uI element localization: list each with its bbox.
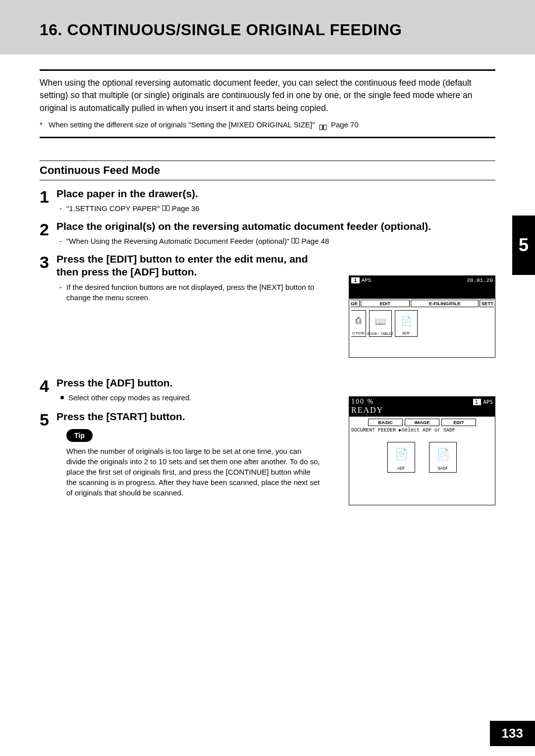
book-icon	[162, 204, 170, 213]
lcd-button-book-tablet[interactable]: 📖 BOOK↔TABLET	[369, 310, 392, 337]
function-icon: ⎙	[356, 311, 361, 331]
step-number: 1	[40, 187, 56, 216]
asterisk: *	[40, 119, 49, 130]
page-number: 133	[490, 721, 535, 746]
lcd-figure-adf-select: 100 % 1 APS READY BASIC IMAGE EDIT DOCUM…	[349, 396, 495, 505]
lcd-aps: APS	[483, 399, 493, 405]
note-prefix: When setting the different size of origi…	[49, 120, 315, 129]
page-title: 16. CONTINUOUS/SINGLE ORIGINAL FEEDING	[40, 21, 402, 39]
intro-block: When using the optional reversing automa…	[40, 69, 495, 138]
lcd-subtitle: DOCUMENT FEEDER ▶Select ADF or SADF	[349, 426, 495, 434]
page-header: 16. CONTINUOUS/SINGLE ORIGINAL FEEDING	[0, 0, 535, 54]
lcd-tab-basic[interactable]: BASIC	[368, 419, 403, 426]
step-number: 3	[40, 253, 56, 305]
intro-paragraph: When using the optional reversing automa…	[40, 77, 495, 114]
book-icon	[319, 122, 327, 128]
step-bullet: Select other copy modes as required.	[56, 392, 322, 403]
lcd-tab[interactable]: SETT	[480, 300, 494, 307]
step-4: 4 Press the [ADF] button. Select other c…	[40, 377, 327, 406]
book-icon	[291, 237, 299, 245]
lcd-tabs: BASIC IMAGE EDIT	[349, 417, 495, 426]
lcd-tab-edit[interactable]: EDIT	[361, 300, 410, 307]
lcd-adf-buttons: 📄 ADF 📄 SADF	[349, 434, 495, 481]
lcd-tab-image[interactable]: IMAGE	[405, 419, 439, 426]
lcd-button-adf[interactable]: 📄 ADF	[387, 442, 415, 473]
step-title: Press the [START] button.	[56, 410, 322, 423]
lcd-tab[interactable]: GE	[350, 300, 360, 307]
step-sub: "When Using the Reversing Automatic Docu…	[56, 236, 490, 247]
step-title: Press the [EDIT] button to enter the edi…	[56, 253, 322, 279]
step-5: 5 Press the [START] button. Tip When the…	[40, 410, 327, 498]
step-number: 5	[40, 410, 56, 498]
intro-note: * When setting the different size of ori…	[40, 119, 495, 130]
adf-icon: 📄	[401, 311, 412, 331]
note-page: Page 70	[331, 120, 359, 129]
lcd-count: 1	[351, 277, 360, 283]
step-title: Place the original(s) on the reversing a…	[56, 220, 490, 233]
book-tablet-icon: 📖	[375, 311, 386, 332]
lcd-date: 28.01.20	[467, 277, 493, 283]
lcd-count: 1	[473, 399, 482, 405]
tip-badge: Tip	[66, 429, 93, 442]
adf-icon: 📄	[395, 442, 408, 466]
step-title: Place paper in the drawer(s).	[56, 187, 490, 200]
lcd-ready: READY	[351, 406, 493, 415]
lcd-tabs: GE EDIT E-FILING/FILE SETT	[349, 299, 495, 307]
step-sub: If the desired function buttons are not …	[56, 282, 322, 304]
lcd-status: 100 % 1 APS READY	[349, 397, 495, 417]
lcd-buttons: ⎙ CTION 📖 BOOK↔TABLET 📄 ADF	[349, 307, 495, 340]
tip-text: When the number of originals is too larg…	[56, 446, 322, 498]
step-3: 3 Press the [EDIT] button to enter the e…	[40, 253, 327, 305]
step-number: 2	[40, 220, 56, 249]
lcd-topbar: 1 APS 28.01.20	[349, 276, 495, 285]
lcd-button-sadf[interactable]: 📄 SADF	[429, 442, 457, 473]
lcd-zoom: 100 %	[351, 398, 374, 406]
lcd-figure-edit-menu: 1 APS 28.01.20 GE EDIT E-FILING/FILE SET…	[349, 275, 495, 358]
lcd-tab-efiling[interactable]: E-FILING/FILE	[411, 300, 478, 307]
lcd-aps: APS	[362, 277, 372, 283]
lcd-button-adf[interactable]: 📄 ADF	[395, 310, 418, 337]
step-2: 2 Place the original(s) on the reversing…	[40, 220, 495, 249]
step-number: 4	[40, 377, 56, 406]
sadf-icon: 📄	[436, 442, 450, 466]
step-sub: "1.SETTING COPY PAPER" Page 36	[56, 203, 490, 214]
lcd-button[interactable]: ⎙ CTION	[351, 310, 366, 337]
step-1: 1 Place paper in the drawer(s). "1.SETTI…	[40, 187, 495, 216]
step-title: Press the [ADF] button.	[56, 377, 322, 389]
section-title: Continuous Feed Mode	[40, 161, 495, 180]
lcd-tab-edit[interactable]: EDIT	[441, 419, 476, 426]
